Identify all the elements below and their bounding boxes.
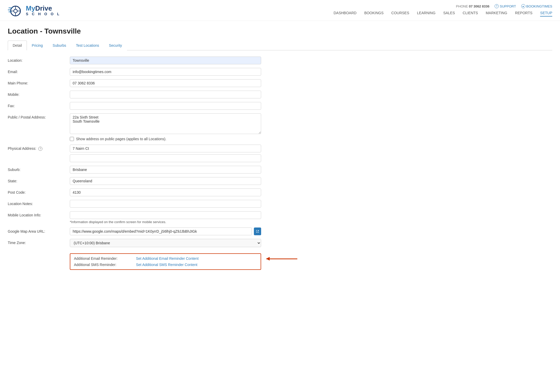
mobile-location-info-input-wrapper: *Information displayed on the confirm sc… [70, 211, 261, 224]
location-notes-input-wrapper [70, 200, 261, 208]
physical-address-line1-input[interactable] [70, 145, 261, 152]
additional-email-row: Additional Email Reminder: Set Additiona… [74, 256, 257, 261]
additional-email-label: Additional Email Reminder: [74, 256, 136, 261]
fax-label: Fax: [8, 102, 70, 108]
form-section: Location: Email: Main Phone: Mobile: [8, 57, 552, 270]
postcode-input[interactable] [70, 189, 261, 196]
external-link-icon [256, 230, 259, 233]
location-label: Location: [8, 57, 70, 62]
show-address-checkbox[interactable] [70, 137, 74, 141]
nav-courses[interactable]: COURSES [391, 10, 409, 17]
physical-address-help-icon[interactable]: ? [38, 147, 42, 151]
postal-address-row: Public / Postal Address: 22a Sixth Stree… [8, 113, 552, 141]
main-phone-input-wrapper [70, 79, 261, 87]
nav-dashboard[interactable]: DASHBOARD [334, 10, 357, 17]
tabs: Detail Pricing Suburbs Test Locations Se… [8, 41, 552, 50]
timezone-select[interactable]: (UTC+10:00) Brisbane (UTC+08:00) Perth (… [70, 239, 261, 247]
arrow-container [266, 251, 297, 259]
fax-row: Fax: [8, 102, 552, 110]
suburb-label: Suburb: [8, 166, 70, 172]
support-link[interactable]: ? SUPPORT [495, 4, 516, 8]
tab-detail[interactable]: Detail [8, 41, 27, 50]
svg-point-1 [14, 9, 17, 13]
timezone-label: Time Zone: [8, 239, 70, 245]
mobile-input[interactable] [70, 91, 261, 98]
suburb-row: Suburb: [8, 166, 552, 174]
nav-clients[interactable]: CLIENTS [463, 10, 478, 17]
additional-reminders-section: Additional Email Reminder: Set Additiona… [8, 251, 552, 270]
google-map-row: Google Map Area URL: [8, 228, 552, 235]
nav-setup[interactable]: SETUP [540, 10, 552, 17]
mobile-input-wrapper [70, 91, 261, 98]
google-map-input[interactable] [70, 228, 252, 235]
logo: MyDrive S C H O O L [8, 3, 60, 18]
physical-address-line2-input[interactable] [70, 154, 261, 162]
nav-sales[interactable]: SALES [443, 10, 455, 17]
additional-sms-row: Additional SMS Reminder: Set Additional … [74, 263, 257, 267]
nav-learning[interactable]: LEARNING [417, 10, 436, 17]
postcode-input-wrapper [70, 189, 261, 196]
additional-reminders-wrapper: Additional Email Reminder: Set Additiona… [70, 251, 261, 270]
additional-sms-link[interactable]: Set Additional SMS Reminder Content [136, 263, 197, 267]
logo-icon [8, 3, 23, 18]
email-row: Email: [8, 68, 552, 76]
email-input-wrapper [70, 68, 261, 76]
arrowhead [266, 257, 270, 261]
tab-security[interactable]: Security [104, 41, 127, 50]
location-row: Location: [8, 57, 552, 64]
mobile-location-info-row: Mobile Location Info: *Information displ… [8, 211, 552, 224]
show-address-label: Show address on public pages (applies to… [76, 137, 166, 141]
physical-address-fields [70, 145, 261, 162]
mobile-row: Mobile: [8, 91, 552, 98]
show-address-row: Show address on public pages (applies to… [70, 137, 261, 141]
additional-email-link[interactable]: Set Additional Email Reminder Content [136, 256, 199, 261]
page-title: Location - Townsville [8, 27, 552, 35]
bookingtimes-link[interactable]: ● BOOKINGTIMES [521, 4, 552, 8]
location-input[interactable] [70, 57, 261, 64]
nav-marketing[interactable]: MARKETING [486, 10, 507, 17]
state-input-wrapper [70, 177, 261, 185]
tab-test-locations[interactable]: Test Locations [71, 41, 104, 50]
nav-reports[interactable]: REPORTS [515, 10, 532, 17]
google-map-input-wrapper [70, 228, 261, 235]
timezone-row: Time Zone: (UTC+10:00) Brisbane (UTC+08:… [8, 239, 552, 247]
main-phone-input[interactable] [70, 79, 261, 87]
fax-input-wrapper [70, 102, 261, 110]
email-label: Email: [8, 68, 70, 74]
location-notes-input[interactable] [70, 200, 261, 208]
support-icon: ? [495, 4, 499, 8]
header: MyDrive S C H O O L PHONE 07 3062 8336 ?… [0, 0, 560, 21]
google-map-label: Google Map Area URL: [8, 228, 70, 233]
header-top-bar: PHONE 07 3062 8336 ? SUPPORT ● BOOKINGTI… [456, 4, 552, 8]
highlight-box: Additional Email Reminder: Set Additiona… [70, 253, 261, 270]
email-input[interactable] [70, 68, 261, 76]
phone-label: PHONE 07 3062 8336 [456, 4, 489, 8]
tab-suburbs[interactable]: Suburbs [48, 41, 71, 50]
main-phone-row: Main Phone: [8, 79, 552, 87]
location-notes-row: Location Notes: [8, 200, 552, 208]
logo-school: S C H O O L [26, 12, 60, 16]
logo-text: MyDrive S C H O O L [26, 5, 60, 16]
google-map-open-button[interactable] [254, 228, 261, 235]
nav-bookings[interactable]: BOOKINGS [364, 10, 384, 17]
mobile-label: Mobile: [8, 91, 70, 97]
fax-input[interactable] [70, 102, 261, 110]
state-label: State: [8, 177, 70, 183]
physical-address-row: Physical Address: ? [8, 145, 552, 162]
additional-sms-label: Additional SMS Reminder: [74, 263, 136, 267]
main-nav: DASHBOARD BOOKINGS COURSES LEARNING SALE… [334, 10, 552, 17]
state-row: State: [8, 177, 552, 185]
state-input[interactable] [70, 177, 261, 185]
logo-drive: Drive [35, 4, 52, 12]
postal-address-label: Public / Postal Address: [8, 113, 70, 119]
postcode-label: Post Code: [8, 189, 70, 194]
page-content: Location - Townsville Detail Pricing Sub… [0, 21, 560, 276]
mobile-location-info-input[interactable] [70, 211, 261, 219]
postal-address-input-wrapper: 22a Sixth Street South Townsville Show a… [70, 113, 261, 141]
postal-address-textarea[interactable]: 22a Sixth Street South Townsville [70, 113, 261, 134]
location-input-wrapper [70, 57, 261, 64]
location-notes-label: Location Notes: [8, 200, 70, 206]
phone-number: 07 3062 8336 [469, 4, 489, 8]
tab-pricing[interactable]: Pricing [27, 41, 48, 50]
suburb-input[interactable] [70, 166, 261, 174]
